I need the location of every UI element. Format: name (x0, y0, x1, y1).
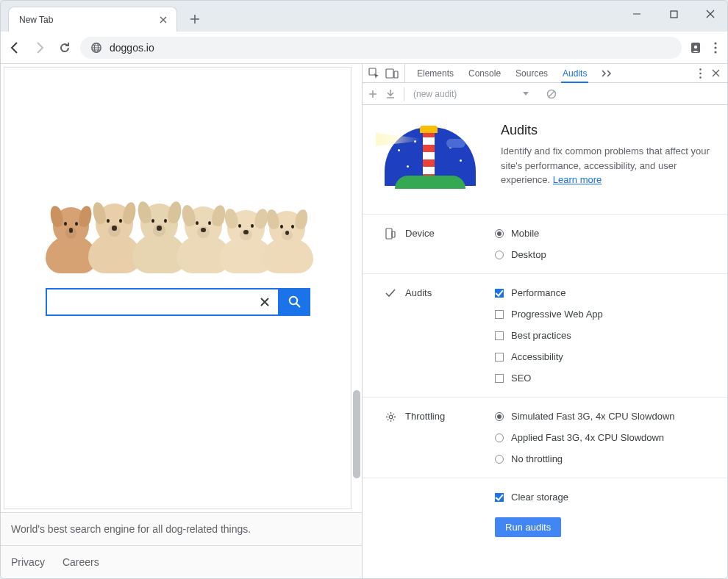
svg-rect-0 (671, 11, 677, 18)
url-text: doggos.io (110, 42, 671, 54)
browser-tab[interactable]: New Tab (8, 7, 177, 32)
audit-report-dropdown[interactable]: (new audit) (413, 89, 529, 99)
audit-option-performance[interactable]: Performance (495, 287, 603, 298)
svg-point-5 (714, 42, 716, 44)
audit-option-accessibility[interactable]: Accessibility (495, 351, 603, 362)
search-field-wrapper (46, 288, 279, 316)
page-scrollbar[interactable] (353, 67, 360, 509)
devtools-panel: Elements Console Sources Audits (new aud… (363, 64, 727, 578)
audits-title: Audits (501, 123, 710, 138)
radio-icon (495, 229, 504, 238)
footer-link-privacy[interactable]: Privacy (11, 556, 45, 568)
devtools-menu-icon[interactable] (699, 68, 702, 79)
device-label: Device (405, 228, 435, 239)
account-icon[interactable] (689, 41, 702, 54)
audits-section-label: Audits (405, 287, 432, 298)
svg-point-6 (714, 46, 716, 48)
svg-rect-17 (392, 231, 395, 237)
reload-button[interactable] (57, 40, 73, 56)
svg-rect-11 (394, 71, 398, 78)
checkbox-icon (495, 374, 504, 383)
tab-title: New Tab (19, 15, 157, 25)
chrome-menu-icon[interactable] (714, 42, 717, 54)
dropdown-icon (523, 92, 529, 96)
search-input[interactable] (53, 296, 257, 308)
search-button[interactable] (279, 288, 310, 316)
svg-point-4 (694, 45, 697, 48)
svg-point-7 (714, 51, 716, 53)
address-bar[interactable]: doggos.io (80, 37, 682, 59)
page-content (4, 67, 351, 509)
svg-point-12 (699, 68, 702, 71)
browser-toolbar: doggos.io (1, 32, 727, 64)
devtools-tab-sources[interactable]: Sources (508, 64, 555, 82)
page-footer: World's best search engine for all dog-r… (1, 512, 362, 578)
window-minimize-button[interactable] (626, 5, 648, 23)
new-tab-button[interactable] (185, 9, 205, 29)
radio-icon (495, 434, 504, 442)
svg-point-8 (289, 297, 296, 304)
devtools-close-icon[interactable] (712, 69, 720, 77)
devtools-tabs-overflow-icon[interactable] (594, 64, 619, 82)
svg-rect-10 (386, 69, 393, 78)
window-maximize-button[interactable] (663, 5, 685, 23)
checkbox-icon (495, 353, 504, 362)
checkbox-icon (495, 289, 504, 298)
footer-tagline: World's best search engine for all dog-r… (1, 513, 362, 546)
device-option-mobile[interactable]: Mobile (495, 228, 546, 239)
devtools-tab-console[interactable]: Console (461, 64, 508, 82)
clear-icon[interactable] (257, 295, 272, 309)
svg-point-13 (699, 72, 702, 74)
learn-more-link[interactable]: Learn more (553, 174, 602, 185)
throttling-option-simulated[interactable]: Simulated Fast 3G, 4x CPU Slowdown (495, 411, 675, 422)
lighthouse-illustration (380, 123, 480, 196)
new-audit-icon[interactable] (368, 90, 377, 98)
checkbox-icon (495, 310, 504, 319)
checkbox-icon (495, 493, 504, 502)
site-info-icon[interactable] (90, 42, 102, 54)
throttling-option-applied[interactable]: Applied Fast 3G, 4x CPU Slowdown (495, 432, 675, 443)
download-audit-icon[interactable] (386, 89, 395, 99)
back-button[interactable] (7, 40, 23, 56)
tabstrip: New Tab (1, 1, 727, 32)
clear-storage-option[interactable]: Clear storage (495, 492, 568, 503)
devtools-tab-elements[interactable]: Elements (410, 64, 461, 82)
audits-description: Identify and fix common problems that af… (501, 144, 710, 187)
svg-point-18 (389, 415, 393, 419)
footer-link-careers[interactable]: Careers (63, 556, 99, 568)
device-icon (385, 228, 396, 240)
forward-button[interactable] (32, 40, 48, 56)
window-controls (626, 5, 721, 23)
checkmark-icon (385, 287, 396, 299)
audit-option-seo[interactable]: SEO (495, 373, 603, 384)
svg-rect-16 (386, 229, 392, 239)
radio-icon (495, 455, 504, 464)
search-icon (288, 295, 302, 309)
inspect-element-icon[interactable] (368, 68, 379, 79)
audit-option-pwa[interactable]: Progressive Web App (495, 309, 603, 320)
svg-point-14 (699, 76, 702, 79)
device-toolbar-icon[interactable] (385, 68, 399, 79)
throttling-option-none[interactable]: No throttling (495, 453, 675, 464)
audit-option-best-practices[interactable]: Best practices (495, 330, 603, 341)
radio-icon (495, 412, 504, 421)
devtools-tab-audits[interactable]: Audits (555, 64, 594, 82)
run-audits-button[interactable]: Run audits (495, 517, 561, 537)
radio-icon (495, 251, 504, 259)
clear-audit-icon[interactable] (546, 89, 557, 99)
throttling-label: Throttling (405, 411, 445, 422)
page-viewport: World's best search engine for all dog-r… (1, 64, 363, 578)
window-close-button[interactable] (699, 5, 721, 23)
hero-image-puppies (46, 163, 310, 273)
gear-icon (385, 411, 396, 422)
checkbox-icon (495, 331, 504, 340)
device-option-desktop[interactable]: Desktop (495, 249, 546, 260)
tab-close-icon[interactable] (157, 14, 169, 26)
audit-dropdown-label: (new audit) (413, 89, 457, 99)
